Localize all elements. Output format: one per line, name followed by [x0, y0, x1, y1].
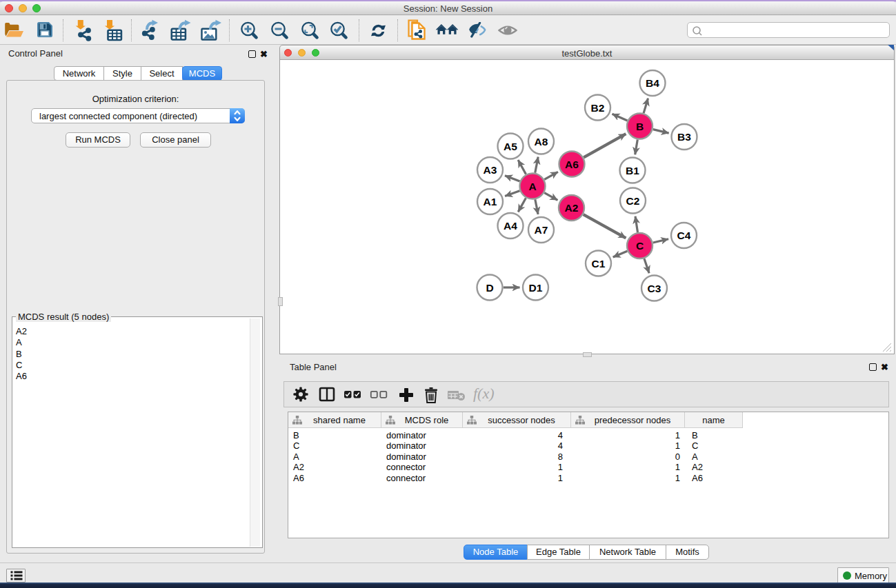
svg-text:A8: A8	[535, 136, 548, 148]
svg-text:A1: A1	[484, 196, 497, 207]
svg-text:A: A	[528, 181, 536, 192]
svg-text:B3: B3	[677, 131, 691, 143]
svg-text:B2: B2	[591, 102, 605, 114]
svg-text:C3: C3	[648, 283, 661, 294]
svg-text:C2: C2	[626, 195, 640, 207]
svg-text:A4: A4	[504, 220, 517, 232]
svg-text:A3: A3	[484, 164, 497, 176]
svg-text:C: C	[636, 240, 644, 252]
svg-text:A5: A5	[504, 141, 517, 152]
svg-text:B4: B4	[646, 77, 659, 89]
svg-text:D1: D1	[529, 282, 543, 294]
svg-text:C1: C1	[592, 258, 606, 270]
svg-text:A7: A7	[535, 224, 548, 236]
svg-text:C4: C4	[677, 230, 691, 241]
svg-text:D: D	[486, 282, 493, 294]
svg-text:B: B	[636, 121, 644, 132]
svg-text:A6: A6	[565, 159, 579, 170]
svg-text:A2: A2	[565, 202, 579, 214]
svg-text:B1: B1	[626, 165, 639, 176]
